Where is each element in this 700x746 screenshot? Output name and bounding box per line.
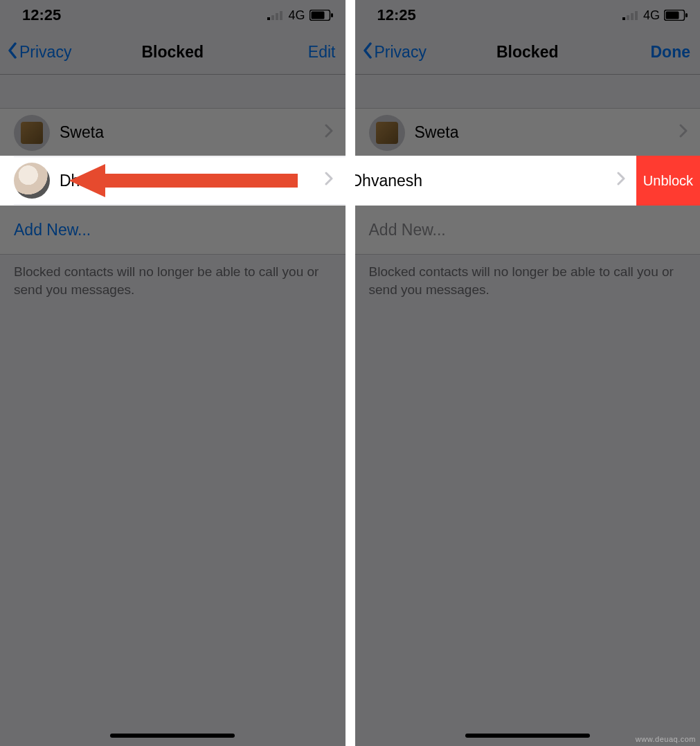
network-type: 4G [288, 8, 305, 23]
status-time: 12:25 [377, 6, 416, 24]
edit-button[interactable]: Edit [308, 43, 336, 62]
network-type: 4G [643, 8, 660, 23]
chevron-left-icon [7, 42, 18, 63]
avatar [369, 115, 405, 151]
chevron-right-icon [325, 172, 333, 190]
signal-icon [267, 10, 284, 20]
svg-rect-8 [627, 15, 629, 20]
done-button[interactable]: Done [651, 43, 691, 62]
nav-bar: Privacy Blocked Edit [0, 30, 345, 75]
nav-title: Blocked [142, 43, 204, 62]
battery-icon [309, 10, 333, 21]
status-bar: 12:25 4G [355, 0, 701, 30]
status-time: 12:25 [22, 6, 61, 24]
signal-icon [622, 10, 639, 20]
chevron-left-icon [362, 42, 373, 63]
battery-icon [664, 10, 688, 21]
svg-rect-10 [635, 11, 638, 20]
nav-title: Blocked [496, 43, 558, 62]
highlighted-contact-row[interactable]: Dhvanesh [0, 156, 345, 206]
svg-rect-3 [280, 11, 282, 20]
svg-rect-13 [685, 13, 688, 17]
chevron-right-icon [679, 124, 688, 142]
status-bar: 12:25 4G [0, 0, 345, 30]
back-button[interactable]: Privacy [7, 42, 71, 63]
add-new-label: Add New... [369, 221, 446, 239]
svg-rect-2 [276, 13, 278, 20]
contact-row[interactable]: Sweta [355, 109, 701, 157]
svg-rect-5 [311, 12, 324, 19]
svg-rect-7 [622, 17, 625, 20]
svg-rect-1 [271, 15, 274, 20]
contact-name: Dhvanesh [60, 172, 325, 190]
chevron-right-icon [617, 172, 625, 190]
status-right: 4G [622, 8, 688, 23]
footer-description: Blocked contacts will no longer be able … [355, 255, 701, 298]
add-new-label: Add New... [14, 221, 91, 239]
svg-rect-6 [331, 13, 333, 17]
footer-description: Blocked contacts will no longer be able … [0, 255, 345, 298]
svg-rect-12 [666, 12, 679, 19]
contact-name: Sweta [60, 123, 325, 142]
back-label: Privacy [19, 43, 71, 62]
avatar [14, 163, 50, 199]
screen-left: 12:25 4G [0, 0, 345, 746]
watermark: www.deuaq.com [636, 735, 696, 743]
back-label: Privacy [375, 43, 427, 62]
unblock-button[interactable]: Unblock [636, 156, 700, 206]
nav-bar: Privacy Blocked Done [355, 30, 701, 75]
home-indicator[interactable] [465, 734, 590, 738]
add-new-button[interactable]: Add New... [0, 206, 345, 254]
contact-row[interactable]: Sweta [0, 109, 345, 157]
back-button[interactable]: Privacy [362, 42, 427, 63]
contact-name: Sweta [415, 123, 680, 142]
status-right: 4G [267, 8, 332, 23]
svg-rect-0 [267, 17, 270, 20]
contact-name: Dhvanesh [355, 172, 618, 190]
screen-right: 12:25 4G [355, 0, 701, 746]
swiped-contact-row[interactable]: Dhvanesh Unblock [355, 156, 701, 206]
home-indicator[interactable] [110, 734, 235, 738]
svg-rect-9 [631, 13, 634, 20]
chevron-right-icon [325, 124, 333, 142]
add-new-button[interactable]: Add New... [355, 206, 701, 254]
avatar [14, 115, 50, 151]
